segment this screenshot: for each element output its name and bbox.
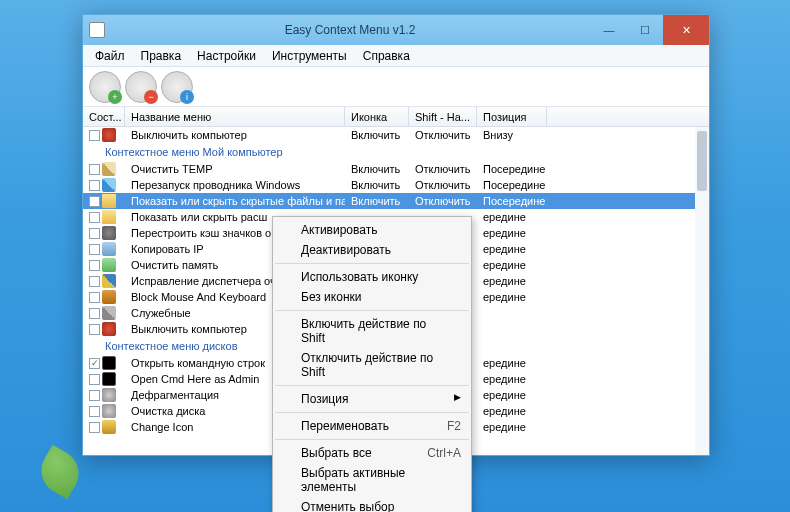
checkbox[interactable] xyxy=(89,358,100,369)
row-pos-col: Посередине xyxy=(477,163,547,175)
folder-icon xyxy=(102,210,116,224)
column-headers: Сост... Название меню Иконка Shift - На.… xyxy=(83,107,709,127)
gear-icon xyxy=(102,226,116,240)
hotkey-label: F2 xyxy=(447,419,461,433)
checkbox[interactable] xyxy=(89,276,100,287)
menu-item[interactable]: Активировать xyxy=(273,220,471,240)
menu-settings[interactable]: Настройки xyxy=(189,47,264,65)
toolbar: + − i xyxy=(83,67,709,107)
close-button[interactable]: ✕ xyxy=(663,15,709,45)
ram-icon xyxy=(102,258,116,272)
row-pos-col: ередине xyxy=(477,211,547,223)
row-name: Выключить компьютер xyxy=(125,129,345,141)
tools-icon xyxy=(102,306,116,320)
titlebar[interactable]: Easy Context Menu v1.2 — ☐ ✕ xyxy=(83,15,709,45)
row-icon-col: Включить xyxy=(345,163,409,175)
context-menu: АктивироватьДеактивироватьИспользовать и… xyxy=(272,216,472,512)
menu-item[interactable]: ПереименоватьF2 xyxy=(273,416,471,436)
menu-edit[interactable]: Правка xyxy=(133,47,190,65)
checkbox[interactable] xyxy=(89,390,100,401)
row-icon-col: Включить xyxy=(345,179,409,191)
app-icon xyxy=(89,22,105,38)
table-row[interactable]: Показать или скрыть скрытые файлы и папк… xyxy=(83,193,709,209)
row-pos-col: ередине xyxy=(477,291,547,303)
menu-item[interactable]: Позиция▶ xyxy=(273,389,471,409)
folder-icon xyxy=(102,194,116,208)
scroll-thumb[interactable] xyxy=(697,131,707,191)
col-name[interactable]: Название меню xyxy=(125,107,345,126)
col-position[interactable]: Позиция xyxy=(477,107,547,126)
row-name: Перезапуск проводника Windows xyxy=(125,179,345,191)
checkbox[interactable] xyxy=(89,196,100,207)
checkbox[interactable] xyxy=(89,260,100,271)
col-shift[interactable]: Shift - На... xyxy=(409,107,477,126)
hotkey-label: Ctrl+A xyxy=(427,446,461,460)
checkbox[interactable] xyxy=(89,244,100,255)
checkbox[interactable] xyxy=(89,406,100,417)
menu-item[interactable]: Включить действие по Shift xyxy=(273,314,471,348)
row-name: Очистить TEMP xyxy=(125,163,345,175)
row-pos-col: ередине xyxy=(477,389,547,401)
table-row[interactable]: Очистить TEMPВключитьОтключитьПосередине xyxy=(83,161,709,177)
menu-item[interactable]: Отменить выбор xyxy=(273,497,471,512)
row-icon-col: Включить xyxy=(345,195,409,207)
table-row[interactable]: Выключить компьютерВключитьОтключитьВниз… xyxy=(83,127,709,143)
remove-button[interactable]: − xyxy=(125,71,157,103)
row-shift-col: Отключить xyxy=(409,195,477,207)
window-title: Easy Context Menu v1.2 xyxy=(109,23,591,37)
row-pos-col: ередине xyxy=(477,405,547,417)
row-pos-col: Посередине xyxy=(477,179,547,191)
menu-item[interactable]: Деактивировать xyxy=(273,240,471,260)
checkbox[interactable] xyxy=(89,324,100,335)
apply-button[interactable]: + xyxy=(89,71,121,103)
menu-file[interactable]: Файл xyxy=(87,47,133,65)
cmd-icon xyxy=(102,372,116,386)
col-icon[interactable]: Иконка xyxy=(345,107,409,126)
power-icon xyxy=(102,128,116,142)
checkbox[interactable] xyxy=(89,164,100,175)
row-pos-col: ередине xyxy=(477,421,547,433)
checkbox[interactable] xyxy=(89,180,100,191)
power-icon xyxy=(102,322,116,336)
checkbox[interactable] xyxy=(89,374,100,385)
key-icon xyxy=(102,420,116,434)
group-header[interactable]: Контекстное меню Мой компьютер xyxy=(83,143,709,161)
broom-icon xyxy=(102,162,116,176)
shield-icon xyxy=(102,274,116,288)
menu-tools[interactable]: Инструменты xyxy=(264,47,355,65)
copy-icon xyxy=(102,242,116,256)
row-shift-col: Отключить xyxy=(409,179,477,191)
info-button[interactable]: i xyxy=(161,71,193,103)
minimize-button[interactable]: — xyxy=(591,15,627,45)
menu-separator xyxy=(275,385,469,386)
checkbox[interactable] xyxy=(89,308,100,319)
checkbox[interactable] xyxy=(89,292,100,303)
maximize-button[interactable]: ☐ xyxy=(627,15,663,45)
checkbox[interactable] xyxy=(89,422,100,433)
menu-item[interactable]: Использовать иконку xyxy=(273,267,471,287)
row-shift-col: Отключить xyxy=(409,163,477,175)
scrollbar[interactable] xyxy=(695,127,709,455)
checkbox[interactable] xyxy=(89,130,100,141)
menu-item[interactable]: Выбрать всеCtrl+A xyxy=(273,443,471,463)
checkbox[interactable] xyxy=(89,212,100,223)
row-name: Показать или скрыть скрытые файлы и папк… xyxy=(125,195,345,207)
row-pos-col: ередине xyxy=(477,373,547,385)
menu-item[interactable]: Без иконки xyxy=(273,287,471,307)
row-pos-col: ередине xyxy=(477,275,547,287)
table-row[interactable]: Перезапуск проводника WindowsВключитьОтк… xyxy=(83,177,709,193)
menu-item[interactable]: Выбрать активные элементы xyxy=(273,463,471,497)
col-state[interactable]: Сост... xyxy=(83,107,125,126)
row-icon-col: Включить xyxy=(345,129,409,141)
menu-help[interactable]: Справка xyxy=(355,47,418,65)
submenu-arrow-icon: ▶ xyxy=(454,392,461,402)
menu-item[interactable]: Отключить действие по Shift xyxy=(273,348,471,382)
row-pos-col: Посередине xyxy=(477,195,547,207)
row-pos-col: ередине xyxy=(477,357,547,369)
menu-separator xyxy=(275,263,469,264)
menu-separator xyxy=(275,310,469,311)
checkbox[interactable] xyxy=(89,228,100,239)
lock-icon xyxy=(102,290,116,304)
cmd-icon xyxy=(102,356,116,370)
row-pos-col: ередине xyxy=(477,227,547,239)
